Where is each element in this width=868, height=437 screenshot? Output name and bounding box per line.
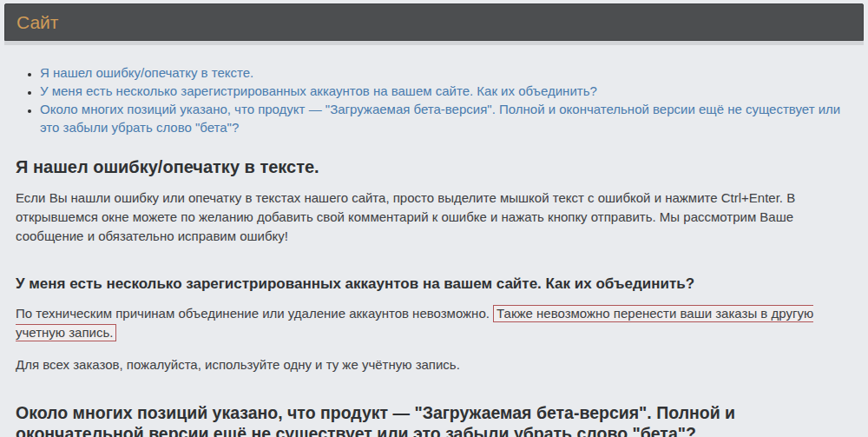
section-heading-beta: Около многих позиций указано, что продук… <box>16 402 851 437</box>
section-body-accounts: По техническим причинам объединение или … <box>16 304 842 342</box>
section-body-typo: Если Вы нашли ошибку или опечатку в текс… <box>16 189 842 246</box>
section-body-accounts-2: Для всех заказов, пожалуйста, используйт… <box>16 355 842 374</box>
accounts-text: По техническим причинам объединение или … <box>16 306 490 321</box>
list-item: Около многих позиций указано, что продук… <box>40 100 851 136</box>
list-item: У меня есть несколько зарегистрированных… <box>40 82 851 100</box>
faq-link-typo[interactable]: Я нашел ошибку/опечатку в тексте. <box>40 65 253 80</box>
content-area: Я нашел ошибку/опечатку в тексте. У меня… <box>0 45 868 437</box>
faq-link-accounts[interactable]: У меня есть несколько зарегистрированных… <box>40 83 597 98</box>
section-heading-accounts: У меня есть несколько зарегистрированных… <box>16 275 851 294</box>
faq-page: Сайт Я нашел ошибку/опечатку в тексте. У… <box>0 3 868 437</box>
section-header-bar: Сайт <box>4 3 864 41</box>
page-title: Сайт <box>5 12 58 33</box>
faq-link-beta[interactable]: Около многих позиций указано, что продук… <box>40 102 840 135</box>
list-item: Я нашел ошибку/опечатку в тексте. <box>40 63 851 82</box>
section-heading-typo: Я нашел ошибку/опечатку в тексте. <box>16 156 851 178</box>
faq-link-list: Я нашел ошибку/опечатку в тексте. У меня… <box>16 63 851 136</box>
